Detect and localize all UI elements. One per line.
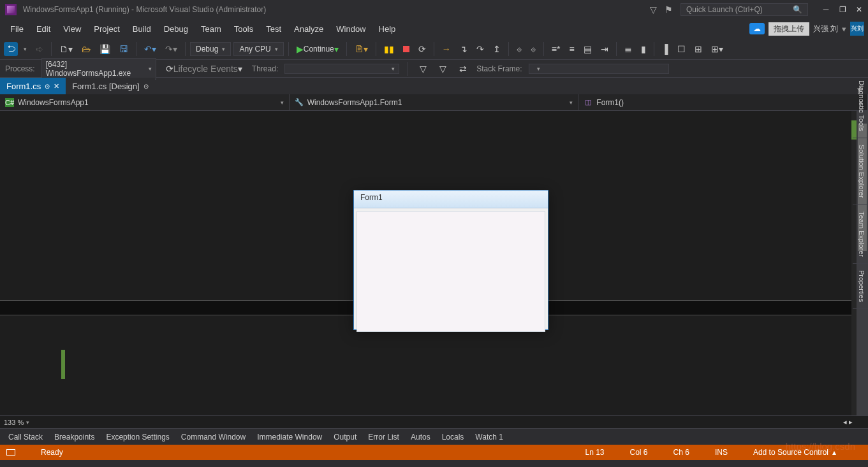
maximize-button[interactable]: ❐ — [839, 5, 846, 14]
method-icon: ◫ — [584, 98, 592, 107]
close-button[interactable]: ✕ — [855, 5, 863, 14]
nav-back-button[interactable]: ⮌ — [4, 42, 18, 56]
debug-toolbar: Process: [6432] WindowsFormsApp1.exe▾ ⟳ … — [0, 60, 868, 78]
zoom-level[interactable]: 133 % — [4, 419, 24, 426]
uncomment-icon[interactable]: ≡ — [566, 41, 577, 57]
bottom-tab[interactable]: Breakpoints — [48, 430, 100, 444]
step-out-icon[interactable]: ↥ — [490, 41, 504, 57]
swap-icon[interactable]: ⇄ — [456, 61, 470, 76]
nav-back-dropdown[interactable]: ▾ — [20, 43, 30, 55]
minimize-button[interactable]: ─ — [822, 5, 830, 14]
bookmark-icon[interactable]: ▤ — [580, 41, 595, 57]
member-list-icon[interactable]: ⊞▾ — [708, 41, 726, 57]
side-tab[interactable]: Properties — [853, 264, 868, 309]
running-app-window[interactable]: Form1 — [353, 190, 548, 330]
menu-window[interactable]: Window — [330, 22, 372, 36]
config-dropdown[interactable]: Debug▾ — [190, 42, 231, 56]
open-file-icon[interactable]: 🗁 — [78, 41, 94, 57]
bottom-tab[interactable]: Immediate Window — [251, 430, 328, 444]
cloud-icon: ☁ — [753, 24, 761, 33]
process-dropdown[interactable]: [6432] WindowsFormsApp1.exe▾ — [41, 58, 156, 80]
doc-tab[interactable]: Form1.cs⊙✕ — [0, 78, 66, 94]
status-bar: Ready Ln 13 Col 6 Ch 6 INS Add to Source… — [0, 445, 868, 460]
menu-tools[interactable]: Tools — [228, 22, 260, 36]
nav-project[interactable]: C# WindowsFormsApp1▾ — [0, 94, 290, 110]
vs-logo-icon — [5, 4, 17, 15]
side-tab[interactable]: Solution Explorer — [853, 138, 868, 205]
side-tab[interactable]: Team Explorer — [853, 205, 868, 264]
flag1-icon[interactable]: ▽ — [416, 61, 430, 76]
save-icon[interactable]: 💾 — [96, 41, 114, 57]
csharp-project-icon: C# — [5, 98, 14, 107]
nav-forward-button[interactable]: ➪ — [33, 41, 47, 57]
save-all-icon[interactable]: 🖫 — [116, 41, 131, 57]
pin-icon[interactable]: ⊙ — [143, 83, 149, 90]
menu-file[interactable]: File — [4, 22, 30, 36]
indent-icon[interactable]: ⇥ — [598, 41, 612, 57]
menu-view[interactable]: View — [57, 22, 87, 36]
pin-icon[interactable]: ⊙ — [45, 83, 50, 90]
menu-help[interactable]: Help — [372, 22, 402, 36]
step-into-icon[interactable]: ↴ — [457, 41, 471, 57]
new-project-icon[interactable]: 🗋▾ — [56, 41, 76, 57]
cloud-upload-button[interactable]: ☁ — [749, 23, 765, 34]
flag-icon[interactable]: ▐ — [659, 41, 672, 57]
menu-project[interactable]: Project — [87, 22, 126, 36]
user-avatar[interactable]: 兴刘 — [850, 22, 864, 36]
thread-dropdown[interactable]: ▾ — [284, 64, 399, 74]
bottom-tab[interactable]: Error List — [362, 430, 405, 444]
status-line: Ln 13 — [585, 448, 605, 457]
toggle-icon[interactable]: ▮ — [638, 41, 649, 57]
main-toolbar: ⮌ ▾ ➪ 🗋▾ 🗁 💾 🖫 ↶▾ ↷▾ Debug▾ Any CPU▾ ▶ C… — [0, 38, 868, 60]
menu-debug[interactable]: Debug — [158, 22, 195, 36]
bottom-tab[interactable]: Watch 1 — [469, 430, 509, 444]
menu-analyze[interactable]: Analyze — [288, 22, 330, 36]
bottom-panel-tabs: Call StackBreakpointsException SettingsC… — [0, 428, 868, 445]
redo-icon[interactable]: ↷▾ — [162, 41, 180, 57]
continue-button[interactable]: ▶ Continue ▾ — [293, 41, 342, 57]
undo-icon[interactable]: ↶▾ — [141, 41, 159, 57]
browser-select-icon[interactable]: 🖹▾ — [351, 41, 371, 57]
doc-tab[interactable]: Form1.cs [Design]⊙ — [66, 78, 154, 94]
bottom-tab[interactable]: Call Stack — [3, 430, 48, 444]
step-over-icon[interactable]: ↷ — [473, 41, 487, 57]
bottom-tab[interactable]: Command Window — [175, 430, 251, 444]
menu-team[interactable]: Team — [195, 22, 228, 36]
stackframe-dropdown[interactable]: ▾ — [529, 64, 669, 74]
nav-member[interactable]: ◫ Form1()▾ — [578, 94, 868, 110]
stop-button[interactable] — [400, 43, 413, 55]
comment-out-icon[interactable]: ≡* — [548, 41, 564, 57]
bottom-tab[interactable]: Autos — [405, 430, 436, 444]
user-name[interactable]: 兴强 刘 — [813, 24, 838, 34]
lifecycle-icon[interactable]: ⟳ Lifecycle Events ▾ — [163, 61, 246, 76]
flag2-icon[interactable]: ▽ — [436, 61, 450, 76]
bottom-tab[interactable]: Output — [328, 430, 362, 444]
menu-build[interactable]: Build — [126, 22, 158, 36]
upload-label[interactable]: 拖拽上传 — [769, 22, 809, 36]
intellisense-icon[interactable]: ⊞ — [691, 41, 705, 57]
apply-changes-icon[interactable]: ⟐ — [527, 41, 539, 57]
status-col: Col 6 — [630, 448, 648, 457]
class-icon: 🔧 — [295, 98, 304, 107]
menu-bar: FileEditViewProjectBuildDebugTeamToolsTe… — [0, 19, 868, 38]
break-all-button[interactable]: ▮▮ — [381, 41, 397, 57]
nav-class[interactable]: 🔧 WindowsFormsApp1.Form1▾ — [290, 94, 579, 110]
show-next-statement-icon[interactable]: → — [439, 41, 454, 57]
menu-test[interactable]: Test — [260, 22, 288, 36]
menu-edit[interactable]: Edit — [30, 22, 57, 36]
side-tab[interactable]: Diagnostic Tools — [853, 74, 868, 138]
notification-icon[interactable]: ⚑ — [665, 4, 673, 15]
platform-dropdown[interactable]: Any CPU▾ — [233, 42, 283, 56]
search-icon: 🔍 — [793, 5, 802, 14]
outline-icon[interactable]: ☐ — [674, 41, 689, 57]
close-icon[interactable]: ✕ — [54, 82, 59, 90]
hot-reload-icon[interactable]: ⟐ — [513, 41, 525, 57]
bottom-tab[interactable]: Locals — [436, 430, 470, 444]
form-titlebar[interactable]: Form1 — [354, 190, 548, 208]
zoom-bar: 133 % ▾ ◂ ▸ — [0, 415, 868, 428]
quick-launch-input[interactable]: Quick Launch (Ctrl+Q) 🔍 — [680, 3, 808, 16]
restart-button[interactable]: ⟳ — [415, 41, 429, 57]
bottom-tab[interactable]: Exception Settings — [100, 430, 175, 444]
format-icon[interactable]: ≣ — [621, 41, 635, 57]
filter-icon[interactable]: ▽ — [650, 4, 657, 15]
